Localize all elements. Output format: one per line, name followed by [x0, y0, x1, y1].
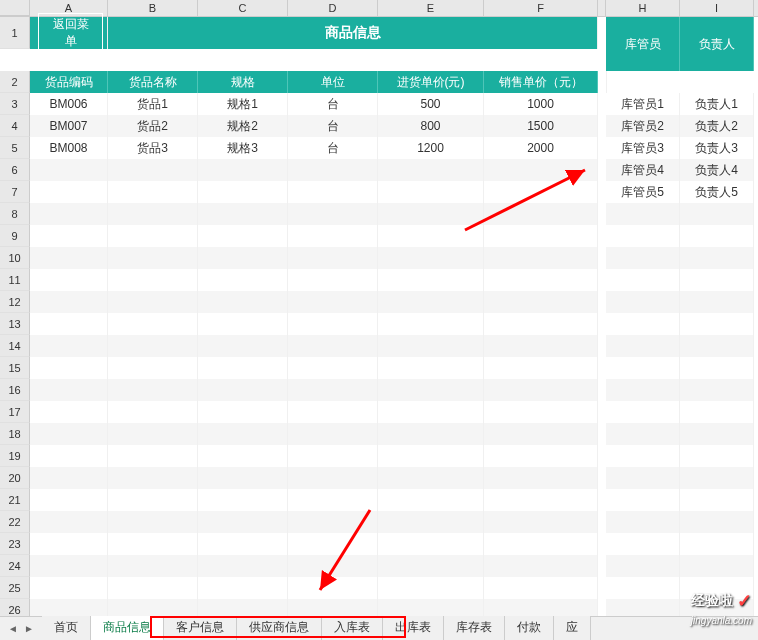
cell-spec[interactable] [198, 577, 288, 599]
cell-keeper[interactable] [606, 335, 680, 357]
cell-spec[interactable] [198, 379, 288, 401]
cell-keeper[interactable]: 库管员4 [606, 159, 680, 181]
cell-unit[interactable] [288, 247, 378, 269]
cell-keeper[interactable] [606, 511, 680, 533]
row-header-10[interactable]: 10 [0, 247, 30, 269]
cell-buy[interactable] [378, 401, 484, 423]
cell-buy[interactable]: 800 [378, 115, 484, 137]
row-header-8[interactable]: 8 [0, 203, 30, 225]
select-all-corner[interactable] [0, 0, 30, 16]
row-header-14[interactable]: 14 [0, 335, 30, 357]
cell-name[interactable] [108, 445, 198, 467]
cell-name[interactable]: 货品1 [108, 93, 198, 115]
cell-buy[interactable] [378, 159, 484, 181]
cell-code[interactable] [30, 247, 108, 269]
cell-sell[interactable] [484, 247, 598, 269]
cell-owner[interactable]: 负责人3 [680, 137, 754, 159]
cell-name[interactable] [108, 357, 198, 379]
cell-owner[interactable] [680, 335, 754, 357]
cell-keeper[interactable] [606, 357, 680, 379]
tab-next-icon[interactable]: ► [24, 623, 34, 634]
cell-buy[interactable] [378, 225, 484, 247]
cell-owner[interactable]: 负责人1 [680, 93, 754, 115]
cell-keeper[interactable]: 库管员5 [606, 181, 680, 203]
cell-buy[interactable] [378, 357, 484, 379]
cell-unit[interactable] [288, 335, 378, 357]
cell-code[interactable]: BM006 [30, 93, 108, 115]
cell-code[interactable]: BM007 [30, 115, 108, 137]
cell-sell[interactable] [484, 203, 598, 225]
sheet-tab-4[interactable]: 入库表 [322, 616, 383, 640]
cell-spec[interactable] [198, 467, 288, 489]
cell-code[interactable] [30, 159, 108, 181]
sheet-tab-1[interactable]: 商品信息 [91, 616, 164, 640]
cell-buy[interactable] [378, 379, 484, 401]
cell-owner[interactable] [680, 489, 754, 511]
col-header-E[interactable]: E [378, 0, 484, 16]
cell-code[interactable] [30, 511, 108, 533]
cell-spec[interactable]: 规格2 [198, 115, 288, 137]
cell-code[interactable] [30, 467, 108, 489]
tab-prev-icon[interactable]: ◄ [8, 623, 18, 634]
col-header-D[interactable]: D [288, 0, 378, 16]
cell-sell[interactable] [484, 291, 598, 313]
cell-sell[interactable] [484, 533, 598, 555]
cell-owner[interactable] [680, 247, 754, 269]
row-header-3[interactable]: 3 [0, 93, 30, 115]
cell-buy[interactable] [378, 313, 484, 335]
cell-sell[interactable] [484, 511, 598, 533]
sheet-tab-2[interactable]: 客户信息 [164, 616, 237, 640]
cell-sell[interactable] [484, 181, 598, 203]
row-header-25[interactable]: 25 [0, 577, 30, 599]
cell-unit[interactable] [288, 379, 378, 401]
cell-buy[interactable] [378, 203, 484, 225]
col-header-H[interactable]: H [606, 0, 680, 16]
cell-keeper[interactable] [606, 313, 680, 335]
cell-code[interactable] [30, 489, 108, 511]
cell-sell[interactable] [484, 489, 598, 511]
row-header-22[interactable]: 22 [0, 511, 30, 533]
cell-name[interactable] [108, 511, 198, 533]
cell-owner[interactable] [680, 379, 754, 401]
cell-buy[interactable] [378, 335, 484, 357]
row-header-21[interactable]: 21 [0, 489, 30, 511]
cell-unit[interactable] [288, 291, 378, 313]
cell-name[interactable]: 货品2 [108, 115, 198, 137]
cell-sell[interactable] [484, 577, 598, 599]
cell-owner[interactable]: 负责人4 [680, 159, 754, 181]
row-header-16[interactable]: 16 [0, 379, 30, 401]
cell-sell[interactable] [484, 159, 598, 181]
cell-owner[interactable] [680, 511, 754, 533]
cell-code[interactable] [30, 357, 108, 379]
cell-spec[interactable] [198, 401, 288, 423]
cell-owner[interactable] [680, 555, 754, 577]
cell-code[interactable] [30, 203, 108, 225]
cell-code[interactable] [30, 555, 108, 577]
cell-name[interactable] [108, 269, 198, 291]
cell-spec[interactable] [198, 445, 288, 467]
cell-code[interactable] [30, 269, 108, 291]
cell-code[interactable] [30, 181, 108, 203]
cell-name[interactable] [108, 467, 198, 489]
cell-spec[interactable] [198, 511, 288, 533]
row-header-13[interactable]: 13 [0, 313, 30, 335]
cell-owner[interactable] [680, 445, 754, 467]
cell-code[interactable] [30, 291, 108, 313]
cell-spec[interactable] [198, 269, 288, 291]
row-header-5[interactable]: 5 [0, 137, 30, 159]
cell-code[interactable] [30, 225, 108, 247]
cell-spec[interactable] [198, 489, 288, 511]
cell-unit[interactable] [288, 445, 378, 467]
cell-sell[interactable] [484, 357, 598, 379]
cell-name[interactable]: 货品3 [108, 137, 198, 159]
cell-keeper[interactable]: 库管员3 [606, 137, 680, 159]
cell-name[interactable] [108, 291, 198, 313]
cell-code[interactable] [30, 313, 108, 335]
cell-owner[interactable] [680, 313, 754, 335]
cell-unit[interactable] [288, 533, 378, 555]
cell-unit[interactable] [288, 269, 378, 291]
cell-spec[interactable] [198, 335, 288, 357]
cell-keeper[interactable] [606, 291, 680, 313]
row-header-18[interactable]: 18 [0, 423, 30, 445]
row-header-4[interactable]: 4 [0, 115, 30, 137]
